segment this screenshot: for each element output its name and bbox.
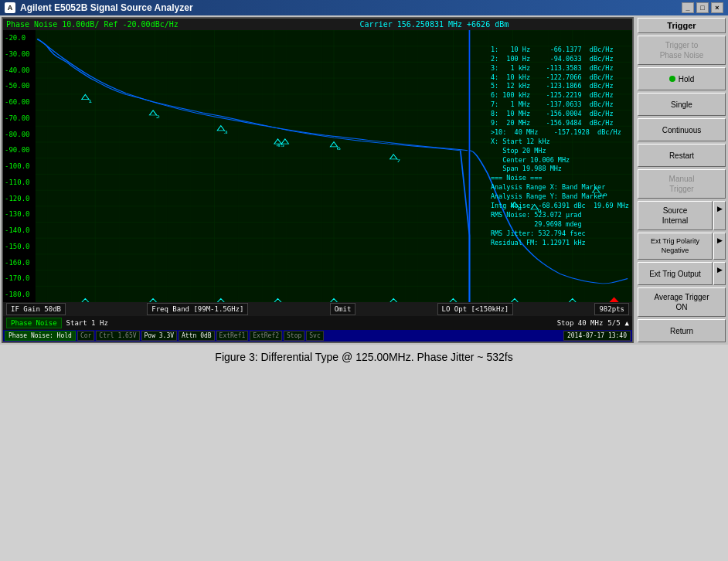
bottom-svc: Svc [306,331,323,341]
status-start: Start 1 Hz [66,319,108,327]
continuous-button[interactable]: Continuous [638,118,726,141]
ext-trig-output-button[interactable]: Ext Trig Output [638,262,713,285]
svg-text:3: 3 [223,131,228,135]
status-page: 5/5 [607,319,620,327]
ext-trig-polarity-button[interactable]: Ext Trig PolarityNegative [638,233,713,260]
svg-text:7: 7 [396,159,401,164]
svg-text:6: 6 [337,147,342,151]
status-page-icon: ▲ [625,319,629,327]
footer-freq-band: Freq Band [99M-1.5GHz] [147,303,248,315]
y-axis-labels: -20.0 -30.00 -40.00 -50.00 -60.00 -70.00… [3,30,36,302]
ext-trig-polarity-row: Ext Trig PolarityNegative ▶ [638,233,726,260]
single-button[interactable]: Single [638,93,726,116]
footer-omit: Omit [330,303,356,315]
ext-trig-output-row: Ext Trig Output ▶ [638,262,726,285]
hold-button[interactable]: Hold [638,67,726,90]
bottom-bar: Phase Noise: Hold Cor Ctrl 1.65V Pow 3.3… [3,330,632,342]
average-trigger-button[interactable]: Average TriggerON [638,287,726,317]
title-buttons[interactable]: _ □ × [682,2,723,13]
svg-text:2: 2 [156,115,161,120]
main-window: A Agilent E5052B Signal Source Analyzer … [0,0,728,369]
chart-area: 1 2 3 45 6 [36,30,632,302]
footer-if-gain: IF Gain 50dB [6,303,66,315]
footer-pts: 982pts [594,303,629,315]
main-area: Phase Noise 10.00dB/ Ref -20.00dBc/Hz Ca… [0,15,728,345]
restart-button[interactable]: Restart [638,144,726,167]
scope-header: Phase Noise 10.00dB/ Ref -20.00dBc/Hz Ca… [3,19,632,30]
status-stop: Stop 40 MHz [557,319,604,327]
svg-text:45: 45 [276,144,284,148]
bottom-cor: Cor [77,331,94,341]
figure-caption: Figure 3: Differential Type @ 125.00MHz.… [0,345,728,369]
maximize-button[interactable]: □ [696,2,709,13]
ext-trig-polarity-arrow[interactable]: ▶ [713,233,726,260]
trigger-to-phase-noise-button[interactable]: Trigger toPhase Noise [638,36,726,65]
manual-trigger-button[interactable]: ManualTrigger [638,169,726,199]
annotations-overlay: 1: 10 Hz -66.1377 dBc/Hz 2: 100 Hz -94.0… [491,36,629,257]
carrier-info: Carrier 156.250831 MHz +6626 dBm [360,20,509,29]
scope-footer: IF Gain 50dB Freq Band [99M-1.5GHz] Omit… [3,302,632,316]
close-button[interactable]: × [711,2,723,13]
phase-noise-label: Phase Noise 10.00dB/ Ref -20.00dBc/Hz [6,20,179,29]
window-title: Agilent E5052B Signal Source Analyzer [20,2,193,13]
right-panel: Trigger Trigger toPhase Noise Hold Singl… [635,15,728,345]
title-bar: A Agilent E5052B Signal Source Analyzer … [0,0,728,15]
caption-text: Figure 3: Differential Type @ 125.00MHz.… [215,351,512,363]
return-button[interactable]: Return [638,319,726,342]
app-icon: A [5,2,15,13]
hold-label: Hold [679,74,695,84]
bottom-extref2: ExtRef2 [250,331,282,341]
ext-trig-output-arrow[interactable]: ▶ [713,262,726,285]
bottom-datetime: 2014-07-17 13:40 [563,331,631,341]
bottom-ctrl: Ctrl 1.65V [96,331,139,341]
bottom-stop: Stop [284,331,304,341]
minimize-button[interactable]: _ [682,2,694,13]
status-bar: Phase Noise Start 1 Hz Stop 40 MHz 5/5 ▲ [3,316,632,330]
source-internal-arrow[interactable]: ▶ [713,201,726,230]
bottom-extref1: ExtRef1 [216,331,249,341]
source-internal-row: SourceInternal ▶ [638,201,726,230]
footer-lo-opt: LO Opt [<150kHz] [437,303,514,315]
bottom-pow: Pow 3.3V [141,331,178,341]
source-internal-button[interactable]: SourceInternal [638,201,713,230]
scope-area: Phase Noise 10.00dB/ Ref -20.00dBc/Hz Ca… [2,17,634,343]
hold-indicator-dot [669,76,675,82]
bottom-hold: Phase Noise: Hold [5,331,76,341]
panel-title: Trigger [638,18,726,33]
scope-body: -20.0 -30.00 -40.00 -50.00 -60.00 -70.00… [3,30,632,302]
title-bar-left: A Agilent E5052B Signal Source Analyzer [5,2,193,13]
svg-text:1: 1 [88,99,93,104]
bottom-attn: Attn 0dB [179,331,215,341]
status-phase-noise: Phase Noise [6,318,62,328]
